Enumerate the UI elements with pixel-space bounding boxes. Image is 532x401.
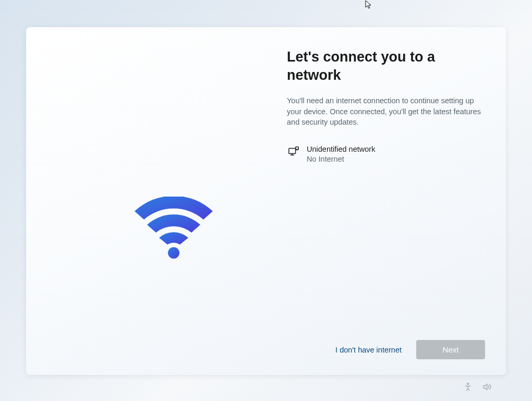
- network-item-unidentified[interactable]: Unidentified network No Internet: [287, 142, 485, 167]
- network-name: Unidentified network: [307, 144, 375, 155]
- page-description: You'll need an internet connection to co…: [287, 95, 485, 128]
- setup-card: Let's connect you to a network You'll ne…: [26, 27, 506, 375]
- content-pane: Let's connect you to a network You'll ne…: [266, 27, 506, 375]
- network-text: Unidentified network No Internet: [307, 144, 375, 165]
- button-row: I don't have internet Next: [287, 340, 485, 359]
- mouse-cursor: [365, 0, 372, 9]
- page-title: Let's connect you to a network: [287, 48, 485, 84]
- illustration-pane: [26, 27, 266, 375]
- taskbar-tray: [463, 382, 491, 392]
- network-status: No Internet: [307, 154, 375, 165]
- volume-icon[interactable]: [482, 382, 491, 392]
- wifi-icon: [129, 197, 218, 259]
- next-button[interactable]: Next: [416, 340, 485, 359]
- skip-internet-button[interactable]: I don't have internet: [333, 342, 404, 358]
- svg-point-0: [168, 247, 179, 259]
- svg-rect-1: [289, 148, 296, 153]
- accessibility-icon[interactable]: [463, 382, 473, 392]
- svg-point-7: [467, 383, 469, 385]
- ethernet-icon: [288, 145, 299, 157]
